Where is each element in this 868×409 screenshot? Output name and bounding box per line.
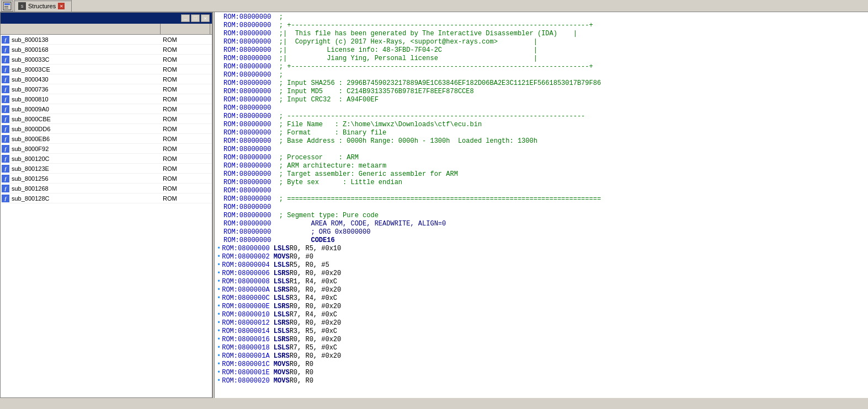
function-icon: f	[1, 74, 10, 84]
ida-content: ROM:08000000 ; ROM:08000000 ; +---------…	[215, 12, 868, 386]
function-name: sub_8001256	[10, 175, 161, 182]
function-segment: ROM	[161, 46, 210, 53]
table-row[interactable]: fsub_8000EB6ROM	[1, 134, 212, 144]
ida-view[interactable]: ROM:08000000 ; ROM:08000000 ; +---------…	[215, 12, 868, 398]
dot-marker: •	[217, 369, 221, 377]
functions-header	[1, 24, 212, 35]
dot-marker: •	[217, 278, 221, 286]
function-name: sub_800123E	[10, 165, 161, 172]
function-icon: f	[1, 35, 10, 45]
function-segment: ROM	[161, 56, 210, 63]
address: ROM:08000000	[223, 38, 271, 46]
address: ROM:08000000	[223, 146, 271, 154]
function-icon: f	[1, 193, 10, 203]
address: ROM:08000000	[223, 79, 271, 88]
ida-line: ROM:08000000 ; +------------------------…	[217, 21, 866, 30]
function-icon: f	[1, 64, 10, 74]
function-icon: f	[1, 94, 10, 104]
address: ROM:08000000	[223, 162, 271, 170]
table-row[interactable]: fsub_8000DD6ROM	[1, 124, 212, 134]
address: ROM:08000000	[223, 228, 271, 236]
address: ROM:08000000	[223, 203, 271, 212]
tab-close-btn[interactable]: ✕	[58, 3, 65, 9]
ida-line: ROM:08000000 ; ORG 0x8000000	[217, 228, 866, 236]
dot-marker: •	[217, 319, 221, 327]
col-header-segment	[161, 24, 210, 34]
function-segment: ROM	[161, 146, 210, 152]
address: ROM:08000020	[222, 377, 269, 385]
ida-line: ROM:08000000 ; +------------------------…	[217, 63, 866, 71]
address: ROM:0800000A	[222, 286, 269, 294]
functions-minimize-btn[interactable]: _	[181, 14, 190, 22]
table-row[interactable]: fsub_8000168ROM	[1, 45, 212, 55]
address: ROM:08000000	[223, 30, 271, 38]
table-row[interactable]: fsub_8000F92ROM	[1, 144, 212, 154]
function-segment: ROM	[161, 185, 210, 192]
table-row[interactable]: fsub_8000CBEROM	[1, 114, 212, 124]
table-row[interactable]: fsub_800123EROM	[1, 164, 212, 174]
ida-line: •ROM:08000006 LSRS R0, R0, #0x20	[217, 270, 866, 278]
ida-line: ROM:08000000 ; -------------------------…	[217, 112, 866, 121]
table-row[interactable]: fsub_80003CEROM	[1, 64, 212, 74]
tab-bar: AIDA View-A✕HEXHex View-1✕SStructures✕EE…	[0, 0, 868, 12]
ida-line: •ROM:08000002 MOVS R0, #0	[217, 253, 866, 261]
ida-line: •ROM:0800000E LSRS R0, R0, #0x20	[217, 303, 866, 311]
dot-marker: •	[217, 253, 221, 261]
dot-marker: •	[217, 245, 221, 253]
address: ROM:0800001A	[222, 352, 269, 360]
address: ROM:08000000	[223, 21, 271, 30]
ida-line: •ROM:0800000A LSRS R0, R0, #0x20	[217, 286, 866, 294]
function-segment: ROM	[161, 116, 210, 122]
toolbar-icon-left[interactable]	[1, 1, 13, 12]
struct-icon: S	[18, 2, 26, 10]
ida-line: ROM:08000000 ; =========================…	[217, 195, 866, 203]
address: ROM:08000014	[222, 327, 269, 336]
functions-close-btn[interactable]: ✕	[201, 14, 210, 22]
table-row[interactable]: fsub_8000810ROM	[1, 94, 212, 104]
table-row[interactable]: fsub_8000736ROM	[1, 84, 212, 94]
ida-line: •ROM:08000020 MOVS R0, R0	[217, 377, 866, 385]
table-row[interactable]: fsub_800033CROM	[1, 55, 212, 64]
ida-line: ROM:08000000 ;	[217, 71, 866, 79]
address: ROM:08000004	[222, 261, 269, 270]
functions-list[interactable]: fsub_8000138ROMfsub_8000168ROMfsub_80003…	[1, 35, 212, 397]
address: ROM:08000000	[223, 137, 271, 146]
address: ROM:08000000	[223, 187, 271, 195]
address: ROM:08000000	[223, 46, 271, 55]
function-segment: ROM	[161, 136, 210, 142]
ida-line: ROM:08000000 ; File Name : Z:\home\imwxz…	[217, 121, 866, 129]
address: ROM:0800000E	[222, 303, 269, 311]
tab-structures[interactable]: SStructures✕	[14, 1, 72, 12]
table-row[interactable]: fsub_8001256ROM	[1, 174, 212, 184]
ida-line: •ROM:08000018 LSLS R7, R5, #0xC	[217, 344, 866, 352]
function-segment: ROM	[161, 66, 210, 73]
address: ROM:08000012	[222, 319, 269, 327]
table-row[interactable]: fsub_80009A0ROM	[1, 104, 212, 114]
function-segment: ROM	[161, 76, 210, 83]
address: ROM:08000010	[222, 311, 269, 319]
ida-line: ROM:08000000	[217, 104, 866, 112]
function-icon: f	[1, 184, 10, 193]
ida-line: •ROM:0800001C MOVS R0, R0	[217, 360, 866, 369]
table-row[interactable]: fsub_800128CROM	[1, 193, 212, 203]
ida-line: •ROM:0800001E MOVS R0, R0	[217, 369, 866, 377]
dot-marker: •	[217, 360, 221, 369]
functions-maximize-btn[interactable]: □	[191, 14, 200, 22]
ida-line: ROM:08000000 ; Input MD5 : C214B93133576…	[217, 88, 866, 96]
tab-label: Structures	[28, 3, 56, 9]
dot-marker: •	[217, 303, 221, 311]
ida-line: ROM:08000000 ;| Copyright (c) 2017 Hex-R…	[217, 38, 866, 46]
function-name: sub_800120C	[10, 155, 161, 162]
table-row[interactable]: fsub_800120CROM	[1, 154, 212, 164]
dot-marker: •	[217, 377, 221, 385]
function-name: sub_800128C	[10, 195, 161, 202]
svg-rect-3	[4, 8, 8, 8]
function-segment: ROM	[161, 195, 210, 202]
functions-title-bar: _ □ ✕	[1, 13, 212, 24]
function-name: sub_8000EB6	[10, 136, 161, 142]
table-row[interactable]: fsub_8000138ROM	[1, 35, 212, 45]
table-row[interactable]: fsub_8000430ROM	[1, 74, 212, 84]
table-row[interactable]: fsub_8001268ROM	[1, 184, 212, 193]
ida-line: ROM:08000000 ;| License info: 48-3FBD-7F…	[217, 46, 866, 55]
function-segment: ROM	[161, 175, 210, 182]
